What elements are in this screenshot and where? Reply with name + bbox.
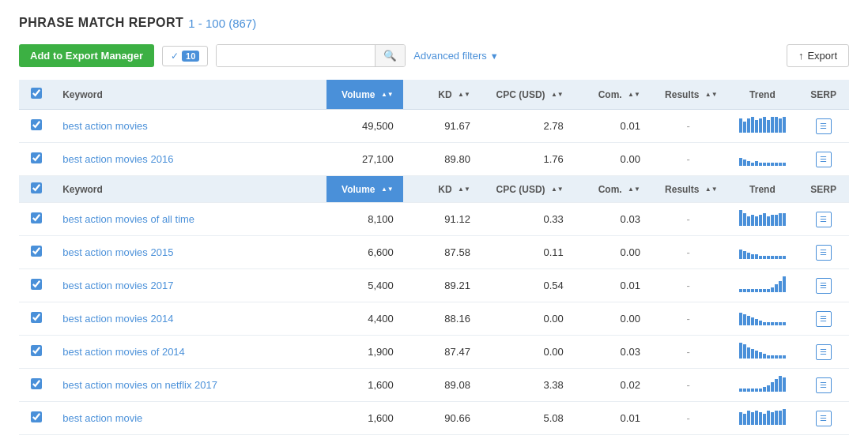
row-checkbox[interactable] [31,378,42,389]
row-checkbox[interactable] [31,152,42,163]
keyword-link[interactable]: best action movies 2015 [62,246,173,258]
trend-bar [767,256,770,259]
trend-bar [755,289,758,292]
th-results[interactable]: Results ▲▼ [650,80,727,110]
serp-icon[interactable]: ☰ [816,311,832,327]
th-keyword[interactable]: Keyword [53,80,326,110]
row-keyword: best action movies of 2014 [53,336,326,369]
row-com: 0.01 [573,269,650,302]
row-checkbox[interactable] [31,212,42,223]
add-to-export-manager-button[interactable]: Add to Export Manager [19,44,154,67]
volume-sort-arrows: ▲▼ [381,92,394,98]
keyword-link[interactable]: best action movies 2014 [62,313,173,325]
row-com: 0.03 [573,203,650,236]
th-volume[interactable]: Volume ▲▼ [326,80,403,110]
subheader-com[interactable]: Com. ▲▼ [573,176,650,203]
trend-bar [743,314,746,325]
trend-bar [759,412,762,425]
serp-icon[interactable]: ☰ [816,212,832,227]
trend-bar [763,256,766,259]
keyword-link[interactable]: best action movies of all time [62,213,194,225]
row-checkbox[interactable] [31,246,42,257]
trend-bar [767,163,770,166]
th-com[interactable]: Com. ▲▼ [573,80,650,110]
trend-bar [783,117,786,133]
row-checkbox[interactable] [31,345,42,356]
subheader-trend: Trend [727,176,798,203]
search-input[interactable] [217,45,375,66]
trend-bar [739,250,742,259]
th-kd[interactable]: KD ▲▼ [403,80,480,110]
keyword-link[interactable]: best action movies [62,120,148,132]
keyword-link[interactable]: best action movies 2017 [62,280,173,291]
row-checkbox-col [19,236,53,269]
row-checkbox-col [19,110,53,143]
row-serp[interactable]: ☰ [798,203,849,236]
row-serp[interactable]: ☰ [798,336,849,369]
serp-icon[interactable]: ☰ [816,377,832,393]
row-keyword: best action movie [53,402,326,435]
keyword-link[interactable]: best action movies on netflix 2017 [62,379,217,391]
subheader-kd[interactable]: KD ▲▼ [403,176,480,203]
checked-count-badge: 10 [182,51,199,62]
subheader-cpc[interactable]: CPC (USD) ▲▼ [480,176,573,203]
row-checkbox[interactable] [31,119,42,130]
serp-icon[interactable]: ☰ [816,344,832,360]
row-serp[interactable]: ☰ [798,143,849,176]
row-checkbox-col [19,336,53,369]
th-cpc[interactable]: CPC (USD) ▲▼ [480,80,573,110]
row-volume: 8,100 [326,203,403,236]
trend-chart [739,409,786,425]
trend-bar [751,117,754,133]
serp-icon[interactable]: ☰ [816,278,832,294]
select-all-checkbox[interactable] [31,88,42,99]
search-button[interactable]: 🔍 [375,45,405,66]
row-serp[interactable]: ☰ [798,369,849,402]
row-results: - [650,203,727,236]
subheader-results[interactable]: Results ▲▼ [650,176,727,203]
row-checkbox-col [19,143,53,176]
keyword-link[interactable]: best action movie [62,412,142,424]
export-button[interactable]: ↑ Export [787,44,849,67]
serp-icon[interactable]: ☰ [816,411,832,426]
advanced-filters-link[interactable]: Advanced filters ▼ [413,50,498,62]
row-serp[interactable]: ☰ [798,236,849,269]
row-kd: 91.12 [403,203,480,236]
serp-icon[interactable]: ☰ [816,245,832,261]
serp-icon[interactable]: ☰ [816,118,832,134]
trend-bar [771,355,774,359]
trend-bar [759,256,762,259]
trend-bar [763,387,766,392]
row-trend [727,143,798,176]
row-serp[interactable]: ☰ [798,302,849,336]
row-results: - [650,236,727,269]
subheader-volume[interactable]: Volume ▲▼ [326,176,403,203]
trend-bar [751,289,754,292]
keyword-link[interactable]: best action movies of 2014 [62,346,185,358]
checkmark-icon: ✓ [171,51,179,62]
checked-items-button[interactable]: ✓ 10 [162,46,208,66]
row-volume: 4,400 [326,302,403,336]
row-kd: 88.16 [403,302,480,336]
serp-icon[interactable]: ☰ [816,152,832,167]
table-row: best action movies 2017 5,400 89.21 0.54… [19,269,849,302]
table-header-row: Keyword Volume ▲▼ KD ▲▼ CPC (USD) ▲▼ Com… [19,80,849,110]
row-serp[interactable]: ☰ [798,269,849,302]
trend-bar [759,321,762,325]
row-checkbox[interactable] [31,279,42,290]
row-serp[interactable]: ☰ [798,402,849,435]
row-volume: 5,400 [326,269,403,302]
subheader-checkbox[interactable] [31,182,42,193]
trend-bar [747,411,750,425]
page-title-range: 1 - 100 (867) [188,17,256,30]
row-serp[interactable]: ☰ [798,110,849,143]
trend-bar [779,322,782,325]
keyword-link[interactable]: best action movies 2016 [62,153,173,165]
th-checkbox [19,80,53,110]
trend-bar [763,414,766,425]
trend-bar [747,161,750,166]
table-row: best action movies 2015 6,600 87.58 0.11… [19,236,849,269]
row-checkbox[interactable] [31,411,42,422]
row-checkbox[interactable] [31,312,42,323]
row-cpc: 5.08 [480,402,573,435]
